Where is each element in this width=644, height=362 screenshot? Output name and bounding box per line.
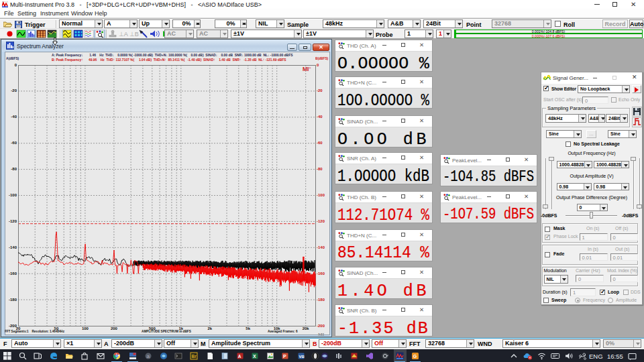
svg-text:VB: VB (299, 355, 305, 359)
svg-text:⊥B: ⊥B (129, 31, 139, 38)
svg-text:G: G (413, 354, 417, 359)
svg-text:P: P (283, 354, 286, 359)
svg-text:A: A (237, 354, 241, 359)
svg-text:a: a (147, 353, 150, 359)
svg-text:⊥A: ⊥A (119, 31, 128, 38)
svg-text:X: X (253, 354, 256, 359)
svg-text:Br: Br (191, 354, 197, 359)
